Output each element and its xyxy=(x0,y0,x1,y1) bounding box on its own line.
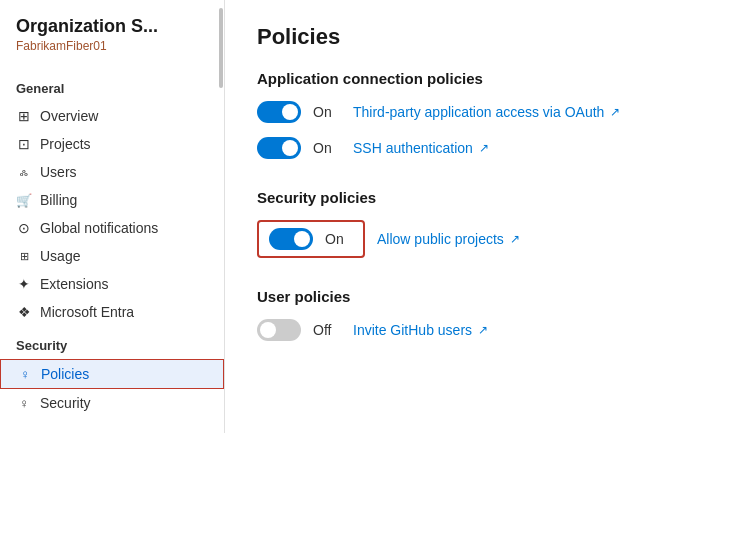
public-projects-highlight: On xyxy=(257,220,365,258)
github-users-toggle[interactable] xyxy=(257,319,301,341)
sidebar-item-global-notifications[interactable]: ⊙ Global notifications xyxy=(0,214,224,242)
projects-label: Projects xyxy=(40,136,91,152)
public-projects-policy-row: On Allow public projects ↗ xyxy=(257,220,708,258)
security-policies-section-title: Security policies xyxy=(257,189,708,206)
sidebar-item-billing[interactable]: 🛒 Billing xyxy=(0,186,224,214)
app-connection-section-title: Application connection policies xyxy=(257,70,708,87)
policies-label: Policies xyxy=(41,366,89,382)
sidebar-item-usage[interactable]: ⊞ Usage xyxy=(0,242,224,270)
sidebar-item-security[interactable]: ♀ Security xyxy=(0,389,224,417)
security-icon: ♀ xyxy=(16,395,32,411)
page-title: Policies xyxy=(257,24,708,50)
sidebar-item-projects[interactable]: ⊡ Projects xyxy=(0,130,224,158)
public-projects-external-link-icon: ↗ xyxy=(510,232,520,246)
sidebar-item-policies[interactable]: ♀ Policies xyxy=(0,359,224,389)
public-projects-toggle[interactable] xyxy=(269,228,313,250)
security-section-label: Security xyxy=(0,326,224,359)
oauth-status: On xyxy=(313,104,341,120)
extensions-label: Extensions xyxy=(40,276,108,292)
extensions-icon: ✦ xyxy=(16,276,32,292)
users-label: Users xyxy=(40,164,77,180)
ssh-external-link-icon: ↗ xyxy=(479,141,489,155)
org-subtitle: FabrikamFiber01 xyxy=(0,37,224,69)
ssh-status: On xyxy=(313,140,341,156)
main-content: Policies Application connection policies… xyxy=(225,0,740,535)
usage-label: Usage xyxy=(40,248,80,264)
notifications-icon: ⊙ xyxy=(16,220,32,236)
ssh-toggle[interactable] xyxy=(257,137,301,159)
usage-icon: ⊞ xyxy=(16,248,32,264)
general-section-label: General xyxy=(0,69,224,102)
user-policies-section-title: User policies xyxy=(257,288,708,305)
ssh-policy-row: On SSH authentication ↗ xyxy=(257,137,708,159)
scrollbar[interactable] xyxy=(219,8,223,88)
github-users-link[interactable]: Invite GitHub users ↗ xyxy=(353,322,488,338)
sidebar-item-microsoft-entra[interactable]: ❖ Microsoft Entra xyxy=(0,298,224,326)
notifications-label: Global notifications xyxy=(40,220,158,236)
security-label: Security xyxy=(40,395,91,411)
github-users-policy-row: Off Invite GitHub users ↗ xyxy=(257,319,708,341)
billing-icon: 🛒 xyxy=(16,192,32,208)
oauth-toggle[interactable] xyxy=(257,101,301,123)
entra-label: Microsoft Entra xyxy=(40,304,134,320)
sidebar: Organization S... FabrikamFiber01 Genera… xyxy=(0,0,225,535)
oauth-policy-row: On Third-party application access via OA… xyxy=(257,101,708,123)
public-projects-status: On xyxy=(325,231,353,247)
oauth-external-link-icon: ↗ xyxy=(610,105,620,119)
entra-icon: ❖ xyxy=(16,304,32,320)
users-icon: ஃ xyxy=(16,164,32,180)
overview-label: Overview xyxy=(40,108,98,124)
sidebar-item-users[interactable]: ஃ Users xyxy=(0,158,224,186)
projects-icon: ⊡ xyxy=(16,136,32,152)
billing-label: Billing xyxy=(40,192,77,208)
github-users-external-link-icon: ↗ xyxy=(478,323,488,337)
sidebar-item-overview[interactable]: ⊞ Overview xyxy=(0,102,224,130)
sidebar-item-extensions[interactable]: ✦ Extensions xyxy=(0,270,224,298)
org-title: Organization S... xyxy=(0,16,224,37)
ssh-link[interactable]: SSH authentication ↗ xyxy=(353,140,489,156)
overview-icon: ⊞ xyxy=(16,108,32,124)
policies-icon: ♀ xyxy=(17,366,33,382)
public-projects-link[interactable]: Allow public projects ↗ xyxy=(377,231,520,247)
github-users-status: Off xyxy=(313,322,341,338)
oauth-link[interactable]: Third-party application access via OAuth… xyxy=(353,104,620,120)
